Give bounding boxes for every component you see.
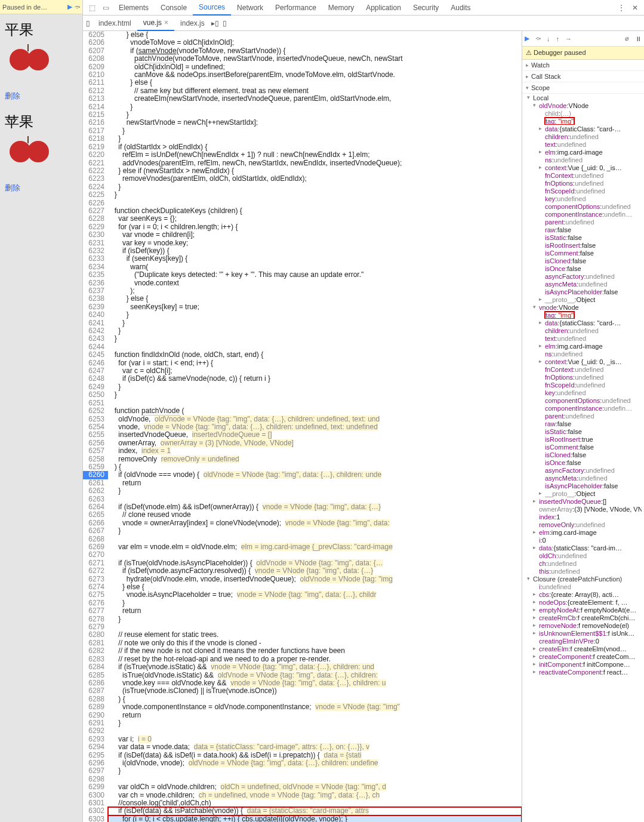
debugger-sidebar: ▶ ⤼ ↓ ↑ → ⌀ ⏸ ⚠ Debugger paused ▸Watch ▸… [522, 31, 644, 822]
file-vue-js[interactable]: vue.js × [137, 16, 174, 31]
devtools: ⬚ ▭ Elements Console Sources Network Per… [83, 0, 644, 822]
tab-application[interactable]: Application [360, 0, 407, 16]
item-title-1: 平果 [5, 20, 78, 39]
inspect-icon[interactable]: ⬚ [89, 4, 95, 12]
tab-network[interactable]: Network [231, 0, 269, 16]
nav-icon[interactable]: ▯ [83, 19, 93, 27]
paused-label: Paused in de… [2, 4, 47, 11]
delete-link-1[interactable]: 删除 [5, 91, 78, 101]
deactivate-bp-icon[interactable]: ⌀ [625, 35, 629, 42]
step-out-icon[interactable]: ↑ [556, 35, 560, 42]
item-title-2: 苹果 [5, 112, 78, 131]
paused-indicator: Paused in de… ▶ ⤼ [0, 0, 82, 14]
step-into-icon[interactable]: ↓ [547, 35, 550, 42]
file-index-js[interactable]: index.js [174, 16, 211, 31]
watch-section[interactable]: ▸Watch [522, 60, 644, 71]
close-icon[interactable]: ✕ [632, 4, 638, 12]
apple-image-2 [5, 136, 58, 178]
source-editor[interactable]: 6205 } else {6206 vnodeToMove = oldCh[id… [83, 31, 522, 822]
resume-button[interactable]: ▶ [525, 35, 529, 42]
resume-icon[interactable]: ▶ [67, 3, 72, 11]
step-over-icon[interactable]: ⤼ [535, 35, 541, 42]
devtools-tabbar: ⬚ ▭ Elements Console Sources Network Per… [83, 0, 644, 16]
sidebar-icon[interactable]: ▯ [220, 19, 230, 27]
tab-performance[interactable]: Performance [269, 0, 322, 16]
step-icon[interactable]: → [565, 35, 572, 42]
tab-sources[interactable]: Sources [193, 0, 231, 16]
file-index-html[interactable]: index.html [93, 16, 137, 31]
menu-icon[interactable]: ⋮ [618, 4, 625, 12]
device-icon[interactable]: ▭ [103, 4, 109, 12]
more-icon[interactable]: ▸▯ [211, 19, 220, 27]
tab-audits[interactable]: Audits [445, 0, 476, 16]
scope-tree[interactable]: ▾Local▾oldVnode: VNodechild: (…)tag: "im… [522, 94, 644, 678]
file-tabbar: ▯ index.html vue.js × index.js ▸▯ ▯ [83, 16, 644, 31]
callstack-section[interactable]: ▸Call Stack [522, 71, 644, 82]
delete-link-2[interactable]: 删除 [5, 183, 78, 193]
step-icon[interactable]: ⤼ [75, 3, 80, 11]
debugger-status: ⚠ Debugger paused [522, 47, 644, 60]
tab-security[interactable]: Security [407, 0, 445, 16]
tab-elements[interactable]: Elements [113, 0, 155, 16]
debugger-controls: ▶ ⤼ ↓ ↑ → ⌀ ⏸ [522, 31, 644, 47]
tab-console[interactable]: Console [155, 0, 193, 16]
pause-exceptions-icon[interactable]: ⏸ [635, 35, 642, 42]
page-preview-pane: Paused in de… ▶ ⤼ 平果 删除 苹果 删除 [0, 0, 83, 822]
scope-section[interactable]: ▾Scope [522, 82, 644, 94]
tab-memory[interactable]: Memory [322, 0, 360, 16]
apple-image-1 [5, 44, 58, 86]
